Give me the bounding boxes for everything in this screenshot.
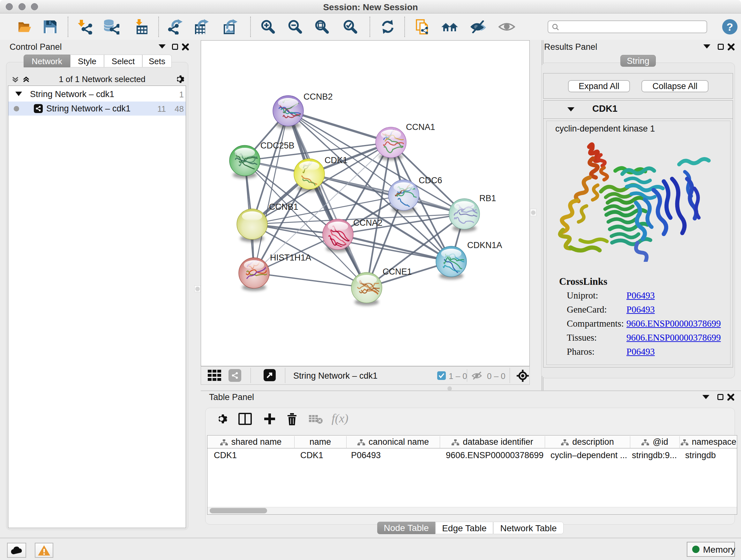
svg-text:CDKN1A: CDKN1A <box>467 240 502 250</box>
svg-text:CDK1: CDK1 <box>325 155 347 165</box>
svg-text:CDC25B: CDC25B <box>260 141 294 150</box>
svg-text:CCNB2: CCNB2 <box>304 92 333 102</box>
svg-text:RB1: RB1 <box>479 193 496 203</box>
svg-text:CCNB1: CCNB1 <box>269 202 298 212</box>
svg-text:CCNA1: CCNA1 <box>406 122 435 132</box>
svg-text:CDC6: CDC6 <box>419 176 442 185</box>
svg-text:HIST1H1A: HIST1H1A <box>270 253 311 262</box>
svg-text:CCNA2: CCNA2 <box>353 218 383 228</box>
svg-text:CCNE1: CCNE1 <box>383 267 412 276</box>
